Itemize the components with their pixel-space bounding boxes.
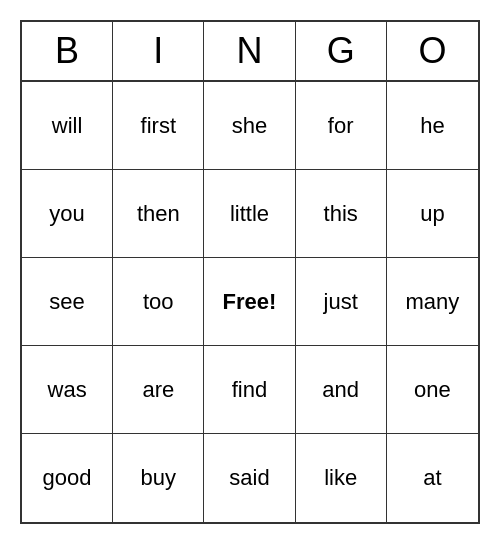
bingo-cell-r1-c1: then: [113, 170, 204, 258]
bingo-cell-r2-c3: just: [296, 258, 387, 346]
bingo-cell-r3-c1: are: [113, 346, 204, 434]
bingo-header: BINGO: [22, 22, 478, 82]
bingo-cell-r4-c1: buy: [113, 434, 204, 522]
header-letter: I: [113, 22, 204, 80]
bingo-cell-r2-c1: too: [113, 258, 204, 346]
bingo-cell-r3-c4: one: [387, 346, 478, 434]
bingo-cell-r3-c0: was: [22, 346, 113, 434]
bingo-cell-r2-c0: see: [22, 258, 113, 346]
bingo-cell-r0-c1: first: [113, 82, 204, 170]
bingo-cell-r3-c3: and: [296, 346, 387, 434]
bingo-cell-r4-c3: like: [296, 434, 387, 522]
bingo-cell-r1-c2: little: [204, 170, 295, 258]
bingo-cell-r1-c3: this: [296, 170, 387, 258]
bingo-grid: willfirstsheforheyouthenlittlethisupseet…: [22, 82, 478, 522]
bingo-cell-r0-c3: for: [296, 82, 387, 170]
header-letter: G: [296, 22, 387, 80]
bingo-cell-r4-c0: good: [22, 434, 113, 522]
bingo-cell-r2-c2: Free!: [204, 258, 295, 346]
header-letter: N: [204, 22, 295, 80]
header-letter: B: [22, 22, 113, 80]
bingo-cell-r0-c0: will: [22, 82, 113, 170]
bingo-cell-r1-c4: up: [387, 170, 478, 258]
bingo-cell-r0-c4: he: [387, 82, 478, 170]
bingo-cell-r3-c2: find: [204, 346, 295, 434]
bingo-card: BINGO willfirstsheforheyouthenlittlethis…: [20, 20, 480, 524]
bingo-cell-r1-c0: you: [22, 170, 113, 258]
bingo-cell-r4-c2: said: [204, 434, 295, 522]
bingo-cell-r0-c2: she: [204, 82, 295, 170]
header-letter: O: [387, 22, 478, 80]
bingo-cell-r2-c4: many: [387, 258, 478, 346]
bingo-cell-r4-c4: at: [387, 434, 478, 522]
